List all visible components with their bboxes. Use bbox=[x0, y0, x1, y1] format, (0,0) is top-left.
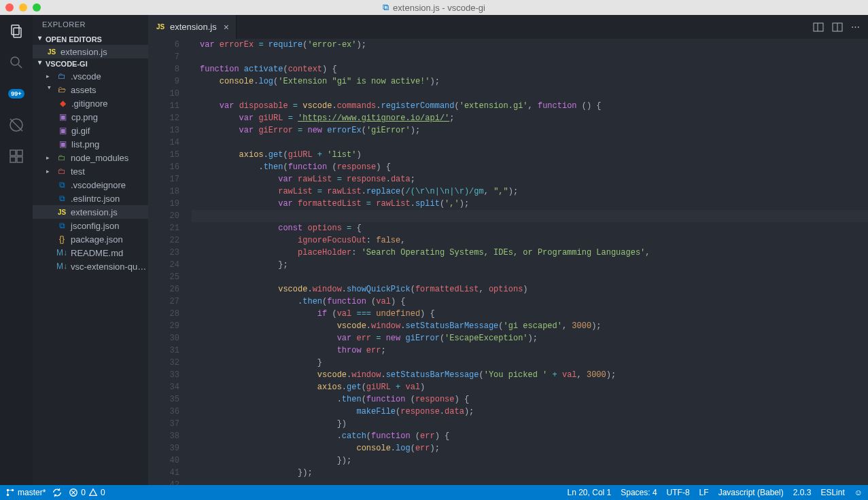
tree-item-assets[interactable]: ▸🗁assets bbox=[33, 83, 148, 96]
svg-point-15 bbox=[7, 494, 10, 497]
eslint-status[interactable]: ESLint bbox=[820, 488, 844, 497]
line-number: 42 bbox=[148, 479, 179, 485]
code-line[interactable]: axios.get(giURL + val) bbox=[192, 381, 868, 393]
editor[interactable]: 6789101112131415161718192021222324252627… bbox=[148, 39, 868, 485]
search-icon[interactable] bbox=[7, 53, 26, 72]
code-line[interactable]: .then(function (val) { bbox=[192, 296, 868, 308]
line-number: 37 bbox=[148, 418, 179, 430]
code-line[interactable]: .then(function (response) { bbox=[192, 393, 868, 406]
open-editor-item[interactable]: JS extension.js bbox=[33, 45, 148, 58]
scm-badge: 99+ bbox=[8, 89, 24, 99]
code-line[interactable]: rawList = rawList.replace(/(\r\n|\n|\r)/… bbox=[192, 185, 868, 198]
code-line[interactable] bbox=[192, 210, 868, 222]
code-line[interactable]: var err = new giError('EscapeException')… bbox=[192, 332, 868, 344]
code-line[interactable]: }) bbox=[192, 418, 868, 430]
folder-icon: 🗀 bbox=[56, 71, 67, 82]
tree-item-extension-js[interactable]: JSextension.js bbox=[33, 205, 148, 219]
markdown-icon: M↓ bbox=[56, 261, 67, 272]
errors-warnings[interactable]: 0 0 bbox=[69, 488, 105, 497]
language-mode[interactable]: Javascript (Babel) bbox=[718, 488, 784, 497]
code-line[interactable]: var disposable = vscode.commands.registe… bbox=[192, 100, 868, 112]
tree-item-list-png[interactable]: ▣list.png bbox=[33, 137, 148, 151]
tree-item-README-md[interactable]: M↓README.md bbox=[33, 246, 148, 260]
layout-icon[interactable] bbox=[832, 22, 843, 33]
close-window-button[interactable] bbox=[5, 3, 14, 12]
code-line[interactable]: function activate(context) { bbox=[192, 63, 868, 75]
code-line[interactable]: }; bbox=[192, 259, 868, 271]
indentation[interactable]: Spaces: 4 bbox=[621, 488, 657, 497]
cursor-position[interactable]: Ln 20, Col 1 bbox=[568, 488, 612, 497]
code-line[interactable] bbox=[192, 271, 868, 283]
sync-icon[interactable] bbox=[52, 488, 62, 497]
project-header[interactable]: ▸ VSCODE-GI bbox=[33, 58, 148, 69]
code-line[interactable]: vscode.window.setStatusBarMessage('gi es… bbox=[192, 320, 868, 332]
tree-item-jsconfig-json[interactable]: ⧉jsconfig.json bbox=[33, 219, 148, 232]
code-line[interactable] bbox=[192, 479, 868, 485]
tree-item-node-modules[interactable]: ▸🗀node_modules bbox=[33, 151, 148, 164]
tree-item--vscode[interactable]: ▸🗀.vscode bbox=[33, 69, 148, 83]
code-line[interactable] bbox=[192, 88, 868, 100]
debug-icon[interactable] bbox=[7, 115, 26, 135]
vscode-icon: ⧉ bbox=[56, 179, 67, 190]
tree-item--eslintrc-json[interactable]: ⧉.eslintrc.json bbox=[33, 192, 148, 205]
code-content[interactable]: var errorEx = require('error-ex');functi… bbox=[192, 39, 868, 485]
close-icon[interactable]: × bbox=[224, 22, 229, 33]
code-line[interactable]: const options = { bbox=[192, 222, 868, 234]
tree-item-label: .vscode bbox=[71, 71, 101, 82]
tree-item-package-json[interactable]: {}package.json bbox=[33, 232, 148, 246]
code-line[interactable]: } bbox=[192, 357, 868, 369]
tab-extension-js[interactable]: JS extension.js × bbox=[148, 15, 237, 39]
code-line[interactable]: .catch(function (err) { bbox=[192, 430, 868, 442]
extensions-icon[interactable] bbox=[7, 147, 26, 166]
vscode-icon: ⧉ bbox=[56, 193, 67, 204]
code-line[interactable]: var formattedList = rawList.split(','); bbox=[192, 198, 868, 210]
git-branch[interactable]: master* bbox=[5, 488, 46, 497]
maximize-window-button[interactable] bbox=[33, 3, 41, 12]
code-line[interactable] bbox=[192, 51, 868, 63]
window-title-text: extension.js - vscode-gi bbox=[393, 3, 485, 13]
line-number: 35 bbox=[148, 393, 179, 406]
code-line[interactable]: var giURL = 'https://www.gitignore.io/ap… bbox=[192, 112, 868, 124]
line-number: 38 bbox=[148, 430, 179, 442]
code-line[interactable]: makeFile(response.data); bbox=[192, 406, 868, 418]
line-number: 6 bbox=[148, 39, 179, 51]
version[interactable]: 2.0.3 bbox=[793, 488, 812, 497]
minimize-window-button[interactable] bbox=[19, 3, 27, 12]
code-line[interactable]: .then(function (response) { bbox=[192, 161, 868, 173]
sidebar: EXPLORER ▸ OPEN EDITORS JS extension.js … bbox=[33, 15, 148, 485]
code-line[interactable]: throw err; bbox=[192, 344, 868, 357]
window-controls bbox=[5, 3, 41, 12]
tree-item-test[interactable]: ▸🗀test bbox=[33, 164, 148, 178]
code-line[interactable]: axios.get(giURL + 'list') bbox=[192, 149, 868, 161]
tree-item--vscodeignore[interactable]: ⧉.vscodeignore bbox=[33, 178, 148, 192]
tree-item--gitignore[interactable]: ◆.gitignore bbox=[33, 96, 148, 110]
line-number: 14 bbox=[148, 137, 179, 149]
feedback-icon[interactable]: ☺ bbox=[854, 488, 863, 497]
tree-item-gi-gif[interactable]: ▣gi.gif bbox=[33, 124, 148, 137]
code-line[interactable] bbox=[192, 137, 868, 149]
code-line[interactable]: }); bbox=[192, 467, 868, 479]
open-editors-header[interactable]: ▸ OPEN EDITORS bbox=[33, 34, 148, 45]
explorer-icon[interactable] bbox=[7, 22, 26, 41]
code-line[interactable]: vscode.window.setStatusBarMessage('You p… bbox=[192, 369, 868, 381]
code-line[interactable]: var giError = new errorEx('giError'); bbox=[192, 124, 868, 137]
split-editor-icon[interactable] bbox=[813, 22, 824, 33]
code-line[interactable]: ignoreFocusOut: false, bbox=[192, 234, 868, 247]
code-line[interactable]: }); bbox=[192, 454, 868, 467]
more-icon[interactable]: ⋯ bbox=[851, 22, 860, 32]
tree-item-vsc-extension-qu-[interactable]: M↓vsc-extension-qu… bbox=[33, 260, 148, 273]
source-control-icon[interactable]: 99+ bbox=[7, 84, 26, 103]
tree-item-label: jsconfig.json bbox=[71, 221, 120, 231]
code-line[interactable]: if (val === undefined) { bbox=[192, 308, 868, 320]
line-number: 27 bbox=[148, 296, 179, 308]
code-line[interactable]: console.log('Extension "gi" is now activ… bbox=[192, 75, 868, 88]
eol[interactable]: LF bbox=[699, 488, 709, 497]
code-line[interactable]: console.log(err); bbox=[192, 442, 868, 454]
encoding[interactable]: UTF-8 bbox=[667, 488, 690, 497]
code-line[interactable]: var rawList = response.data; bbox=[192, 173, 868, 185]
activity-bar: 99+ bbox=[0, 15, 33, 485]
code-line[interactable]: var errorEx = require('error-ex'); bbox=[192, 39, 868, 51]
code-line[interactable]: placeHolder: 'Search Operating Systems, … bbox=[192, 247, 868, 259]
tree-item-cp-png[interactable]: ▣cp.png bbox=[33, 110, 148, 124]
code-line[interactable]: vscode.window.showQuickPick(formattedLis… bbox=[192, 283, 868, 296]
